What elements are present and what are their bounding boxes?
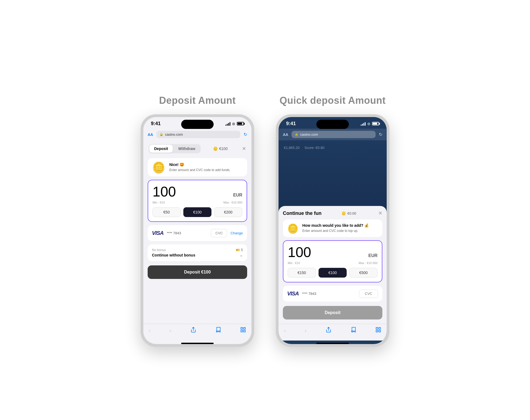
left-amount-display: 100 EUR [153, 185, 242, 199]
right-card-number: **** 7843 [302, 292, 356, 296]
left-modal-balance: 🪙 €100 [213, 146, 228, 151]
left-info-desc: Enter amount and CVC code to add funds. [169, 168, 243, 172]
left-tab-withdraw[interactable]: Withdraw [173, 145, 200, 153]
right-balance-icon: 🪙 [342, 211, 346, 215]
left-amount-currency: EUR [233, 193, 242, 198]
left-modal-body: 🪙 Nice! 🤩 Enter amount and CVC code to a… [143, 156, 251, 324]
right-battery-icon [372, 122, 379, 125]
right-amount-card[interactable]: 100 EUR Min : €10 Max : €10 000 €150 €10… [283, 240, 382, 282]
left-coin-emoji: 🪙 [152, 162, 165, 173]
right-game-bg-score: €1,865.20 Score: €0.80 [284, 146, 324, 150]
signal-bar-3 [228, 123, 229, 126]
left-browser-aa[interactable]: AA [148, 132, 153, 137]
left-chevron-down-icon: ⌄ [240, 253, 243, 257]
left-battery-fill [238, 123, 242, 125]
left-forward-btn[interactable]: › [170, 327, 171, 334]
right-phone-inner: 9:41 ⊜ [279, 117, 387, 344]
right-phone-frame: 9:41 ⊜ [276, 114, 389, 347]
left-section-title: Deposit Amount [159, 95, 236, 106]
left-info-card: 🪙 Nice! 🤩 Enter amount and CVC code to a… [148, 158, 247, 176]
right-tabs-icon[interactable] [375, 327, 381, 334]
left-lock-icon: 🔒 [160, 133, 163, 136]
right-signal-bar-4 [365, 122, 366, 126]
left-browser-refresh[interactable]: ↻ [244, 132, 247, 137]
right-forward-btn[interactable]: › [305, 327, 307, 334]
left-browser-url-box[interactable]: 🔒 casino.com [156, 131, 240, 138]
right-info-text: How much would you like to add? 💰 Enter … [302, 223, 378, 233]
right-signal-bars-icon [361, 122, 366, 126]
svg-rect-2 [244, 328, 245, 329]
right-quick-deposit-overlay: Continue the fun 🪙 €0.00 ✕ 🪙 [279, 206, 387, 324]
right-section-title: Quick deposit Amount [280, 95, 386, 106]
left-tab-group: Deposit Withdraw [149, 144, 201, 153]
left-bonus-badge: 🎫 5 [236, 248, 243, 252]
svg-rect-8 [376, 330, 378, 332]
svg-rect-3 [241, 330, 243, 332]
right-quick-amt-100[interactable]: €100 [319, 268, 347, 278]
left-card-number: **** 7843 [167, 231, 208, 235]
right-battery-fill [373, 123, 377, 125]
left-deposit-btn[interactable]: Deposit €100 [148, 265, 247, 279]
left-balance-value: €100 [219, 146, 228, 151]
left-home-indicator [181, 343, 214, 344]
svg-rect-4 [244, 330, 245, 332]
left-tab-deposit[interactable]: Deposit [149, 145, 173, 153]
right-quick-amt-500[interactable]: €500 [349, 268, 377, 278]
left-battery-icon [237, 122, 244, 125]
right-status-icons: ⊜ [361, 122, 379, 126]
left-phone-frame: 9:41 ⊜ [141, 114, 254, 347]
left-tabs-icon[interactable] [240, 327, 246, 334]
right-amount-display: 100 EUR [288, 245, 377, 259]
left-balance-icon: 🪙 [213, 146, 218, 151]
left-quick-amt-200[interactable]: €200 [214, 207, 242, 217]
left-bookmarks-icon[interactable] [215, 327, 221, 334]
left-modal-header: Deposit Withdraw 🪙 €100 ✕ [143, 140, 251, 156]
right-quick-amt-150[interactable]: €150 [288, 268, 316, 278]
left-quick-amt-100[interactable]: €100 [183, 207, 211, 217]
right-status-time: 9:41 [286, 121, 296, 126]
right-amount-value[interactable]: 100 [288, 245, 311, 259]
signal-bar-1 [226, 125, 226, 126]
left-status-time: 9:41 [151, 121, 161, 126]
right-signal-bar-1 [361, 125, 362, 126]
right-close-btn[interactable]: ✕ [378, 210, 382, 216]
left-wifi-icon: ⊜ [232, 122, 235, 126]
svg-rect-9 [379, 330, 380, 332]
right-browser-url-box[interactable]: 🔒 casino.com [292, 131, 376, 138]
left-back-btn[interactable]: ‹ [149, 327, 151, 334]
left-bonus-selected[interactable]: Continue without bonus ⌄ [152, 253, 243, 257]
left-amount-limits: Min : €10 Max : €10 000 [153, 201, 242, 204]
right-browser-aa[interactable]: AA [283, 132, 288, 137]
left-info-text: Nice! 🤩 Enter amount and CVC code to add… [169, 162, 243, 172]
left-amount-card[interactable]: 100 EUR Min : €10 Max : €10 000 €50 €100 [148, 180, 247, 222]
right-wifi-icon: ⊜ [367, 122, 370, 126]
right-share-icon[interactable] [326, 327, 332, 334]
left-deposit-modal: Deposit Withdraw 🪙 €100 ✕ [143, 140, 251, 324]
right-deposit-btn[interactable]: Deposit [283, 306, 382, 319]
left-change-btn[interactable]: Change [230, 231, 243, 235]
right-back-btn[interactable]: ‹ [284, 327, 286, 334]
left-max-limit: Max : €10 000 [223, 201, 242, 204]
right-min-limit: Min : €10 [288, 261, 300, 265]
right-browser-refresh[interactable]: ↻ [379, 132, 382, 137]
left-share-icon[interactable] [190, 327, 196, 334]
left-amount-value[interactable]: 100 [153, 185, 176, 199]
left-min-limit: Min : €10 [153, 201, 165, 204]
phones-row: Deposit Amount 9:41 [119, 79, 411, 363]
right-cvc-input[interactable] [359, 289, 378, 298]
right-phone-section: Quick deposit Amount 9:41 [276, 95, 389, 347]
right-bookmarks-icon[interactable] [350, 327, 356, 334]
left-browser-bottom: ‹ › [143, 324, 251, 341]
right-home-indicator [316, 343, 349, 344]
left-close-btn[interactable]: ✕ [242, 146, 246, 152]
left-cvc-input[interactable] [211, 229, 227, 237]
right-browser-url: casino.com [300, 132, 318, 136]
left-bonus-selected-label: Continue without bonus [152, 253, 195, 257]
left-browser-url: casino.com [165, 132, 183, 136]
left-browser-bar: AA 🔒 casino.com ↻ [143, 129, 251, 140]
left-info-title: Nice! 🤩 [169, 162, 243, 167]
left-bonus-card[interactable]: No bonus 🎫 5 Continue without bonus ⌄ [148, 244, 247, 261]
left-quick-amt-50[interactable]: €50 [153, 207, 181, 217]
svg-rect-1 [241, 328, 243, 329]
left-bonus-badge-icon: 🎫 [236, 248, 240, 252]
